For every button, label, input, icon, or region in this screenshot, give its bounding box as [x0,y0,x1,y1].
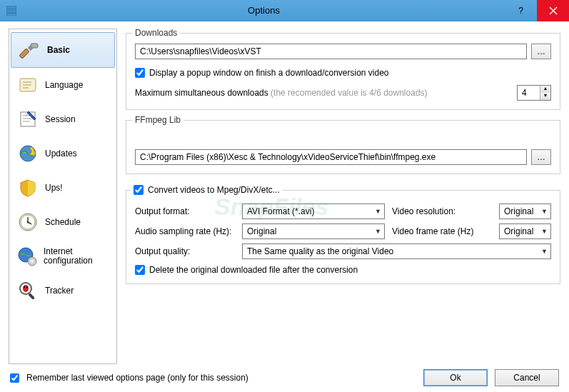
svg-rect-1 [6,10,16,12]
svg-rect-2 [6,14,16,16]
ellipsis-icon: … [537,46,545,56]
frame-rate-label: Video frame rate (Hz) [392,226,492,236]
notepad-icon [16,108,39,131]
audio-rate-select[interactable]: Original ▼ [242,223,385,239]
popup-on-finish-label: Display a popup window on finish a downl… [149,68,389,78]
magnifier-bug-icon [16,279,39,302]
svg-point-26 [24,286,25,288]
sidebar-item-language[interactable]: Language [9,68,116,102]
sidebar-item-label: Updates [45,149,77,159]
download-path-input[interactable] [135,44,527,59]
help-button[interactable]: ? [505,0,537,21]
scroll-icon [16,74,39,96]
conversion-group: Convert videos to Mpeg/DivX/etc... Outpu… [126,190,560,284]
frame-rate-select[interactable]: Original ▼ [499,223,551,239]
max-downloads-value[interactable]: 4 [518,88,540,98]
clock-icon [16,211,39,233]
shield-icon [16,176,39,199]
output-quality-select[interactable]: The Same quality as the original Video ▼ [242,243,551,259]
svg-point-27 [26,286,28,288]
output-format-label: Output format: [135,206,235,216]
remember-page-label: Remember last viewed options page (only … [26,373,248,383]
sidebar-item-session[interactable]: Session [9,102,116,136]
svg-point-20 [27,221,29,223]
video-resolution-label: Video resolution: [392,206,492,216]
ok-button[interactable]: Ok [423,369,488,386]
svg-point-23 [31,260,34,263]
chevron-down-icon: ▼ [541,208,548,215]
sidebar-item-label: Basic [47,45,70,55]
chevron-down-icon: ▼ [375,228,381,235]
sidebar: Basic Language Session Updates Ups! [9,29,117,364]
chevron-down-icon: ▼ [541,228,548,235]
sidebar-item-internet[interactable]: Internet configuration [9,239,116,273]
browse-download-path-button[interactable]: … [531,44,551,59]
sidebar-item-basic[interactable]: Basic [11,32,115,68]
cancel-button[interactable]: Cancel [495,369,559,386]
close-button[interactable] [537,0,569,21]
popup-on-finish-checkbox[interactable] [135,68,145,78]
system-icon [6,5,17,16]
spinner-up-button[interactable]: ▲ [540,86,550,93]
sidebar-item-schedule[interactable]: Schedule [9,205,116,239]
spinner-down-button[interactable]: ▼ [540,93,550,100]
chevron-down-icon: ▼ [541,248,548,255]
chevron-down-icon: ▼ [375,208,381,215]
downloads-legend: Downloads [132,28,180,38]
globe-gear-icon [16,245,38,268]
ffmpeg-group: FFmpeg Lib … [126,120,560,174]
svg-rect-0 [6,6,16,9]
sidebar-item-label: Tracker [45,286,74,296]
remember-page-checkbox[interactable] [10,373,19,383]
close-icon [549,6,558,15]
svg-rect-28 [28,293,35,300]
title-bar: Options ? [0,0,569,21]
browse-ffmpeg-path-button[interactable]: … [531,149,551,165]
convert-videos-checkbox[interactable] [134,185,143,195]
svg-rect-6 [19,49,29,59]
max-downloads-spinner[interactable]: 4 ▲ ▼ [517,85,551,101]
delete-original-label: Delete the original downloaded file afte… [149,265,358,275]
sidebar-item-updates[interactable]: Updates [9,136,116,171]
ffmpeg-path-input[interactable] [135,149,527,165]
sidebar-item-ups[interactable]: Ups! [9,171,116,205]
ffmpeg-legend: FFmpeg Lib [132,115,183,125]
hammer-icon [19,39,41,61]
max-downloads-hint: (the recomended value is 4/6 downloads) [271,88,427,98]
window-buttons: ? [505,0,569,21]
convert-videos-label: Convert videos to Mpeg/DivX/etc... [148,185,280,195]
audio-rate-label: Audio sampling rate (Hz): [135,226,235,236]
output-format-select[interactable]: AVI Format (*.avi) ▼ [242,203,385,219]
svg-point-25 [23,285,29,292]
window-title: Options [23,5,505,16]
footer: Remember last viewed options page (only … [0,364,569,391]
output-quality-label: Output quality: [135,246,235,256]
sidebar-item-label: Internet configuration [44,247,109,266]
max-downloads-label: Maximum simultaneous downloads [135,88,268,98]
sidebar-item-label: Session [45,114,76,124]
main-panel: Downloads … Display a popup window on fi… [126,29,560,364]
sidebar-item-tracker[interactable]: Tracker [9,273,116,308]
ellipsis-icon: … [537,152,545,162]
video-resolution-select[interactable]: Original ▼ [499,203,551,219]
sidebar-item-label: Language [45,80,83,90]
delete-original-checkbox[interactable] [135,265,145,275]
sidebar-item-label: Ups! [45,183,63,193]
sidebar-item-label: Schedule [45,217,81,227]
downloads-group: Downloads … Display a popup window on fi… [126,33,560,110]
globe-refresh-icon [16,142,39,165]
